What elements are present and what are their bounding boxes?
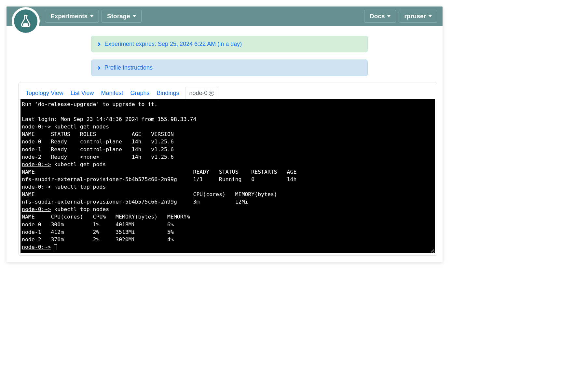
term-line: NAME CPU(cores) CPU% MEMORY(bytes) MEMOR… — [22, 214, 190, 220]
tab-bindings[interactable]: Bindings — [156, 87, 181, 99]
docs-menu[interactable]: Docs — [364, 10, 396, 23]
term-line: node-0 Ready control-plane 14h v1.25.6 — [22, 139, 174, 145]
profile-instructions-alert[interactable]: Profile Instructions — [91, 60, 368, 76]
terminal[interactable]: Run 'do-release-upgrade' to upgrade to i… — [21, 99, 435, 253]
chevron-down-icon — [90, 15, 93, 17]
chevron-right-icon — [97, 66, 100, 70]
term-line: node-2 370m 2% 3020Mi 4% — [22, 236, 174, 243]
alerts-area: Experiment expires: Sep 25, 2024 6:22 AM… — [91, 36, 368, 76]
term-line: NAME READY STATUS RESTARTS AGE — [22, 169, 296, 175]
term-line: Run 'do-release-upgrade' to upgrade to i… — [22, 101, 157, 107]
tab-manifest[interactable]: Manifest — [100, 87, 124, 99]
term-line: nfs-subdir-external-provisioner-5b4b575c… — [22, 176, 296, 182]
resize-handle[interactable] — [431, 249, 434, 253]
term-line: node-1 412m 2% 3513Mi 5% — [22, 229, 174, 235]
experiments-label: Experiments — [50, 13, 88, 20]
term-cmd: kubectl top nodes — [51, 206, 109, 212]
term-line: NAME STATUS ROLES AGE VERSION — [22, 131, 174, 137]
term-line: node-2 Ready <none> 14h v1.25.6 — [22, 154, 174, 160]
main-card: Topology View List View Manifest Graphs … — [18, 83, 437, 256]
navbar: Experiments Storage Docs rpruser — [7, 7, 443, 26]
logo[interactable] — [12, 7, 40, 35]
chevron-down-icon — [387, 15, 390, 17]
term-line: node-1 Ready control-plane 14h v1.25.6 — [22, 146, 174, 153]
profile-text: Profile Instructions — [104, 64, 153, 71]
user-label: rpruser — [404, 13, 426, 20]
term-line: node-0 300m 1% 4018Mi 6% — [22, 221, 174, 228]
term-cmd: kubectl top pods — [51, 184, 106, 190]
tab-node-0[interactable]: node-0 ✕ — [185, 87, 218, 100]
term-cmd: kubectl get pods — [51, 161, 106, 167]
experiments-menu[interactable]: Experiments — [45, 10, 99, 23]
tab-topology[interactable]: Topology View — [24, 87, 65, 99]
prompt: node-0:~> — [22, 244, 51, 250]
user-menu[interactable]: rpruser — [399, 10, 437, 23]
term-line: NAME CPU(cores) MEMORY(bytes) — [22, 191, 277, 197]
term-cmd: kubectl get nodes — [51, 124, 109, 130]
docs-label: Docs — [370, 13, 385, 20]
chevron-right-icon — [97, 42, 100, 46]
cursor — [54, 244, 57, 250]
tab-bar: Topology View List View Manifest Graphs … — [19, 83, 437, 99]
tab-list[interactable]: List View — [69, 87, 95, 99]
prompt: node-0:~> — [22, 184, 51, 190]
tab-node-0-label: node-0 — [189, 90, 208, 97]
term-line: Last login: Mon Sep 23 14:48:36 2024 fro… — [22, 116, 196, 122]
prompt: node-0:~> — [22, 161, 51, 167]
storage-label: Storage — [107, 13, 130, 20]
expires-text: Experiment expires: Sep 25, 2024 6:22 AM… — [104, 41, 242, 47]
prompt: node-0:~> — [22, 124, 51, 130]
storage-menu[interactable]: Storage — [102, 10, 142, 23]
flask-icon — [18, 13, 34, 29]
expires-alert[interactable]: Experiment expires: Sep 25, 2024 6:22 AM… — [91, 36, 368, 52]
term-line: nfs-subdir-external-provisioner-5b4b575c… — [22, 199, 248, 205]
chevron-down-icon — [429, 15, 432, 17]
prompt: node-0:~> — [22, 206, 51, 212]
tab-graphs[interactable]: Graphs — [129, 87, 151, 99]
chevron-down-icon — [133, 15, 136, 17]
close-icon[interactable]: ✕ — [209, 91, 214, 96]
app-frame: Experiments Storage Docs rpruser Experim… — [7, 7, 443, 262]
